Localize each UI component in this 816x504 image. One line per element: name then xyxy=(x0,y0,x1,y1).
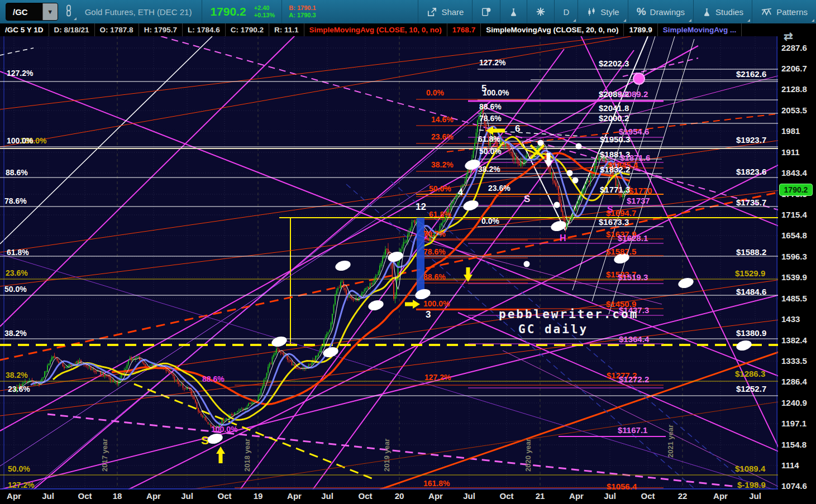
candle-body xyxy=(250,402,251,404)
candle-body xyxy=(370,284,371,288)
candle-body xyxy=(321,347,322,352)
chart-label: 61.8% xyxy=(429,210,451,219)
candle-body xyxy=(100,372,101,375)
symbol-dropdown-button[interactable]: ▼ xyxy=(42,3,58,20)
toolbar-button-group: ShareiDStyle%DrawingsStudiesPatterns xyxy=(418,0,816,23)
candle-body xyxy=(262,386,263,389)
toolbar-button-share[interactable]: Share xyxy=(418,0,472,23)
candle-body xyxy=(278,348,279,349)
collapse-axis-icon[interactable]: ⇄ xyxy=(784,30,793,43)
candle-body xyxy=(474,143,475,150)
toolbar-button-quick-study[interactable] xyxy=(500,0,527,23)
price-axis-tick: 1333.5 xyxy=(778,356,816,366)
ohlc-segment: O: 1787.8 xyxy=(95,23,139,36)
chart-label: 88.6% xyxy=(6,168,28,177)
share-icon xyxy=(427,7,437,17)
candle-body xyxy=(557,186,558,186)
candle-body xyxy=(92,369,93,369)
candle-body xyxy=(298,368,299,368)
change-block: +2.40 +0.13% xyxy=(254,4,282,19)
ohlc-segment: SimpleMovingAvg ... xyxy=(658,23,742,36)
candle-body xyxy=(329,330,330,332)
candle-body xyxy=(564,216,565,222)
candle-body xyxy=(414,220,416,223)
candle-body xyxy=(325,337,326,339)
symbol-selector[interactable]: /GC ▼ xyxy=(6,3,58,21)
candle-body xyxy=(554,181,555,183)
price-axis[interactable]: ⇄ 1790.2 2287.62206.72128.82053.51981191… xyxy=(778,36,816,489)
trend-line xyxy=(0,36,631,147)
candle-body xyxy=(273,355,274,357)
candle-body xyxy=(518,159,519,164)
trend-line xyxy=(0,48,34,55)
link-channel-button[interactable] xyxy=(60,2,77,21)
candle-body xyxy=(256,400,257,401)
candle-body xyxy=(412,222,413,228)
chart-label: 23.6% xyxy=(431,132,454,141)
candle-body xyxy=(131,357,132,361)
change-value: +2.40 xyxy=(254,4,275,12)
toolbar-button-notes[interactable]: i xyxy=(472,0,500,23)
candle-body xyxy=(323,340,325,347)
toolbar-button-studies[interactable]: Studies xyxy=(693,0,752,23)
candle-body xyxy=(194,397,195,399)
chart-label: $1923.7 xyxy=(736,135,766,145)
watermark-label: pebblewriter.com xyxy=(499,308,638,321)
chart-label: 127.2% xyxy=(8,481,35,489)
time-axis[interactable]: AprJulOct18AprJulOct19AprJulOct20AprJulO… xyxy=(0,489,816,504)
candle-body xyxy=(86,365,87,366)
candle-body xyxy=(583,189,584,190)
candle-body xyxy=(359,297,360,301)
chart-plot-area[interactable]: 127.2%100.0%100.0%88.6%78.6%61.8%23.6%50… xyxy=(0,36,778,489)
candle-body xyxy=(551,172,552,174)
candle-body xyxy=(443,220,445,222)
candle-body xyxy=(513,156,514,159)
chart-label: 14.6% xyxy=(431,115,454,124)
price-axis-tick: 1715.4 xyxy=(778,210,816,219)
chart-label: $1286.3 xyxy=(735,369,765,378)
candle-body xyxy=(622,195,623,198)
candle-body xyxy=(555,183,556,186)
ohlc-segment: /GC 5 Y 1D xyxy=(0,23,49,36)
candle-body xyxy=(413,221,414,222)
bid-value: B: 1790.1 xyxy=(289,4,316,12)
candle-body xyxy=(339,287,340,288)
toolbar-button-patterns[interactable]: Patterns xyxy=(752,0,816,23)
price-axis-tick: 1382.4 xyxy=(778,335,816,345)
last-price-badge: 1790.2 xyxy=(779,184,813,196)
candle-body xyxy=(169,371,170,373)
candle-body xyxy=(315,356,316,361)
candle-body xyxy=(114,382,115,382)
chart-label: $2041.8 xyxy=(599,103,629,113)
candle-body xyxy=(317,356,318,357)
candle-body xyxy=(509,148,510,151)
price-chart[interactable]: 127.2%100.0%100.0%88.6%78.6%61.8%23.6%50… xyxy=(0,36,778,489)
candle-body xyxy=(272,357,273,364)
candle-body xyxy=(181,385,182,386)
toolbar-button-timeframe[interactable]: D xyxy=(554,0,578,23)
candle-body xyxy=(269,363,270,367)
candle-body xyxy=(402,247,403,249)
candle-body xyxy=(590,176,591,182)
year-label: 2017 year xyxy=(101,439,109,472)
candle-body xyxy=(404,242,405,243)
candle-body xyxy=(223,419,224,421)
price-axis-tick: 1197.1 xyxy=(778,419,816,428)
candle-body xyxy=(504,145,505,146)
chart-label: 88.6% xyxy=(202,375,225,383)
candle-body xyxy=(238,411,240,411)
candle-body xyxy=(410,228,411,232)
toolbar-button-settings[interactable] xyxy=(527,0,554,23)
candle-body xyxy=(342,282,343,282)
toolbar-button-style[interactable]: Style xyxy=(578,0,627,23)
candle-body xyxy=(552,173,553,181)
time-axis-tick: 19 xyxy=(246,491,270,501)
trend-line xyxy=(0,36,296,327)
candle-body xyxy=(385,249,386,255)
chart-label: 50.0% xyxy=(8,464,30,473)
candle-body xyxy=(521,162,522,166)
ohlc-segment: SimpleMovingAvg (CLOSE, 20, 0, no) xyxy=(481,23,624,36)
toolbar-button-drawings[interactable]: %Drawings xyxy=(628,0,693,23)
candle-body xyxy=(178,382,179,384)
chart-label: 78.6% xyxy=(479,114,502,123)
